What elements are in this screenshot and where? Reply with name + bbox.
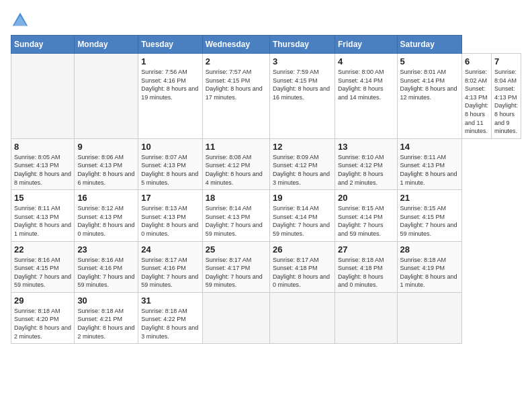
day-cell-19: 19Sunrise: 8:14 AMSunset: 4:14 PMDayligh…	[269, 190, 335, 241]
day-number: 8	[14, 142, 71, 152]
day-info: Sunrise: 8:18 AMSunset: 4:22 PMDaylight:…	[141, 308, 198, 340]
day-cell-25: 25Sunrise: 8:17 AMSunset: 4:17 PMDayligh…	[202, 241, 269, 292]
day-info: Sunrise: 8:14 AMSunset: 4:14 PMDaylight:…	[273, 205, 330, 237]
day-cell-15: 15Sunrise: 8:11 AMSunset: 4:13 PMDayligh…	[11, 190, 75, 241]
day-number: 26	[273, 244, 332, 255]
day-cell-28: 28Sunrise: 8:18 AMSunset: 4:19 PMDayligh…	[397, 241, 461, 292]
empty-cell	[269, 292, 335, 343]
calendar-header: SundayMondayTuesdayWednesdayThursdayFrid…	[11, 36, 521, 54]
day-number: 16	[77, 193, 135, 203]
header-cell-friday: Friday	[335, 36, 397, 54]
day-cell-20: 20Sunrise: 8:15 AMSunset: 4:14 PMDayligh…	[335, 190, 397, 241]
logo-icon	[11, 11, 30, 30]
day-info: Sunrise: 7:59 AMSunset: 4:15 PMDaylight:…	[273, 68, 330, 101]
day-number: 17	[141, 193, 200, 203]
day-info: Sunrise: 8:17 AMSunset: 4:18 PMDaylight:…	[273, 257, 330, 289]
day-cell-12: 12Sunrise: 8:09 AMSunset: 4:12 PMDayligh…	[269, 138, 335, 189]
day-number: 2	[206, 56, 267, 66]
header-cell-sunday: Sunday	[11, 36, 75, 54]
day-info: Sunrise: 8:01 AMSunset: 4:14 PMDaylight:…	[400, 68, 457, 101]
header-cell-wednesday: Wednesday	[202, 36, 269, 54]
header-cell-saturday: Saturday	[397, 36, 461, 54]
header-cell-thursday: Thursday	[269, 36, 335, 54]
header-cell-monday: Monday	[75, 36, 138, 54]
day-cell-24: 24Sunrise: 8:17 AMSunset: 4:16 PMDayligh…	[138, 241, 203, 292]
calendar-table: SundayMondayTuesdayWednesdayThursdayFrid…	[11, 35, 521, 344]
day-info: Sunrise: 8:14 AMSunset: 4:13 PMDaylight:…	[206, 205, 263, 237]
header-row: SundayMondayTuesdayWednesdayThursdayFrid…	[11, 36, 521, 54]
day-info: Sunrise: 8:18 AMSunset: 4:21 PMDaylight:…	[77, 308, 134, 340]
day-number: 6	[465, 56, 488, 66]
day-number: 31	[141, 295, 200, 306]
header	[11, 11, 521, 30]
day-info: Sunrise: 8:07 AMSunset: 4:13 PMDaylight:…	[141, 154, 198, 186]
day-number: 15	[14, 193, 71, 203]
day-number: 19	[273, 193, 332, 203]
day-info: Sunrise: 8:17 AMSunset: 4:16 PMDaylight:…	[141, 257, 198, 289]
day-info: Sunrise: 8:12 AMSunset: 4:13 PMDaylight:…	[77, 205, 134, 237]
day-cell-17: 17Sunrise: 8:13 AMSunset: 4:13 PMDayligh…	[138, 190, 203, 241]
day-cell-13: 13Sunrise: 8:10 AMSunset: 4:12 PMDayligh…	[335, 138, 397, 189]
day-info: Sunrise: 8:16 AMSunset: 4:15 PMDaylight:…	[14, 257, 71, 289]
day-cell-10: 10Sunrise: 8:07 AMSunset: 4:13 PMDayligh…	[138, 138, 203, 189]
day-info: Sunrise: 8:00 AMSunset: 4:14 PMDaylight:…	[338, 68, 384, 101]
day-number: 1	[141, 56, 200, 66]
day-cell-5: 5Sunrise: 8:01 AMSunset: 4:14 PMDaylight…	[397, 54, 461, 139]
day-number: 13	[338, 142, 394, 152]
day-number: 18	[206, 193, 267, 203]
day-cell-18: 18Sunrise: 8:14 AMSunset: 4:13 PMDayligh…	[202, 190, 269, 241]
calendar-week-1: 1Sunrise: 7:56 AMSunset: 4:16 PMDaylight…	[11, 54, 521, 139]
day-info: Sunrise: 8:11 AMSunset: 4:13 PMDaylight:…	[14, 205, 71, 237]
day-number: 10	[141, 142, 200, 152]
day-number: 7	[494, 56, 518, 66]
calendar-week-3: 15Sunrise: 8:11 AMSunset: 4:13 PMDayligh…	[11, 190, 521, 241]
day-number: 3	[273, 56, 332, 66]
day-number: 29	[14, 295, 71, 306]
day-number: 14	[400, 142, 459, 152]
day-cell-30: 30Sunrise: 8:18 AMSunset: 4:21 PMDayligh…	[75, 292, 138, 343]
logo	[11, 11, 32, 30]
calendar-week-4: 22Sunrise: 8:16 AMSunset: 4:15 PMDayligh…	[11, 241, 521, 292]
day-info: Sunrise: 8:10 AMSunset: 4:12 PMDaylight:…	[338, 154, 384, 186]
header-cell-tuesday: Tuesday	[138, 36, 203, 54]
day-info: Sunrise: 8:16 AMSunset: 4:16 PMDaylight:…	[77, 257, 134, 289]
day-cell-22: 22Sunrise: 8:16 AMSunset: 4:15 PMDayligh…	[11, 241, 75, 292]
day-number: 23	[77, 244, 135, 255]
day-cell-7: 7Sunrise: 8:04 AMSunset: 4:13 PMDaylight…	[491, 54, 521, 139]
empty-cell	[75, 54, 138, 139]
day-number: 4	[338, 56, 394, 66]
day-cell-23: 23Sunrise: 8:16 AMSunset: 4:16 PMDayligh…	[75, 241, 138, 292]
day-number: 12	[273, 142, 332, 152]
day-cell-8: 8Sunrise: 8:05 AMSunset: 4:13 PMDaylight…	[11, 138, 75, 189]
day-info: Sunrise: 8:09 AMSunset: 4:12 PMDaylight:…	[273, 154, 330, 186]
calendar-week-5: 29Sunrise: 8:18 AMSunset: 4:20 PMDayligh…	[11, 292, 521, 343]
day-info: Sunrise: 8:06 AMSunset: 4:13 PMDaylight:…	[77, 154, 134, 186]
day-info: Sunrise: 8:08 AMSunset: 4:12 PMDaylight:…	[206, 154, 263, 186]
day-number: 25	[206, 244, 267, 255]
day-info: Sunrise: 8:04 AMSunset: 4:13 PMDaylight:…	[494, 68, 518, 134]
day-cell-3: 3Sunrise: 7:59 AMSunset: 4:15 PMDaylight…	[269, 54, 335, 139]
day-cell-1: 1Sunrise: 7:56 AMSunset: 4:16 PMDaylight…	[138, 54, 203, 139]
day-number: 27	[338, 244, 394, 255]
day-number: 11	[206, 142, 267, 152]
day-cell-16: 16Sunrise: 8:12 AMSunset: 4:13 PMDayligh…	[75, 190, 138, 241]
day-cell-6: 6Sunrise: 8:02 AMSunset: 4:13 PMDaylight…	[461, 54, 491, 139]
day-info: Sunrise: 8:17 AMSunset: 4:17 PMDaylight:…	[206, 257, 263, 289]
day-info: Sunrise: 7:57 AMSunset: 4:15 PMDaylight:…	[206, 68, 263, 101]
day-info: Sunrise: 8:18 AMSunset: 4:20 PMDaylight:…	[14, 308, 71, 340]
day-number: 21	[400, 193, 459, 203]
day-number: 22	[14, 244, 71, 255]
day-info: Sunrise: 8:15 AMSunset: 4:14 PMDaylight:…	[338, 205, 384, 237]
day-info: Sunrise: 8:05 AMSunset: 4:13 PMDaylight:…	[14, 154, 71, 186]
day-cell-2: 2Sunrise: 7:57 AMSunset: 4:15 PMDaylight…	[202, 54, 269, 139]
day-cell-9: 9Sunrise: 8:06 AMSunset: 4:13 PMDaylight…	[75, 138, 138, 189]
day-cell-11: 11Sunrise: 8:08 AMSunset: 4:12 PMDayligh…	[202, 138, 269, 189]
empty-cell	[11, 54, 75, 139]
day-cell-31: 31Sunrise: 8:18 AMSunset: 4:22 PMDayligh…	[138, 292, 203, 343]
day-number: 24	[141, 244, 200, 255]
day-cell-21: 21Sunrise: 8:15 AMSunset: 4:15 PMDayligh…	[397, 190, 461, 241]
empty-cell	[397, 292, 461, 343]
day-info: Sunrise: 8:18 AMSunset: 4:19 PMDaylight:…	[400, 257, 457, 289]
calendar-body: 1Sunrise: 7:56 AMSunset: 4:16 PMDaylight…	[11, 54, 521, 344]
day-cell-14: 14Sunrise: 8:11 AMSunset: 4:13 PMDayligh…	[397, 138, 461, 189]
